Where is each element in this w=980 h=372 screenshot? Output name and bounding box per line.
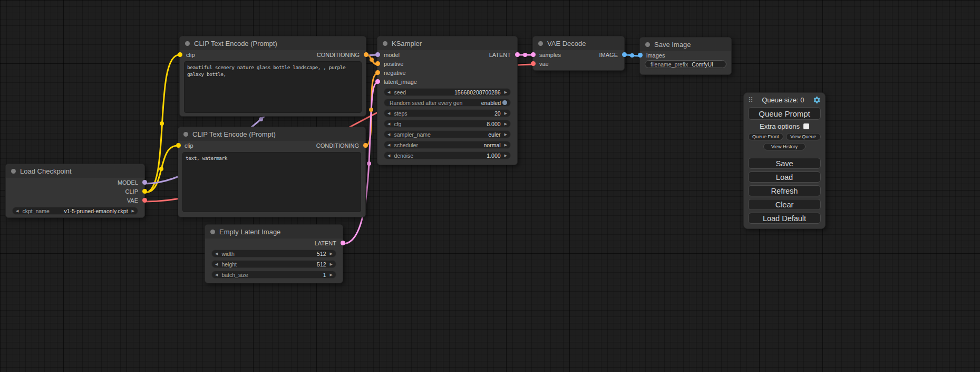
- conditioning-output-port[interactable]: [364, 52, 368, 57]
- random-seed-toggle-dot[interactable]: [502, 100, 507, 105]
- node-title-bar[interactable]: Empty Latent Image: [205, 225, 343, 239]
- clip-input-port[interactable]: [176, 143, 181, 148]
- model-output-port[interactable]: [142, 180, 147, 185]
- decrement-arrow-icon[interactable]: ◀: [387, 90, 390, 94]
- node-title-bar[interactable]: CLIP Text Encode (Prompt): [180, 36, 366, 50]
- refresh-button[interactable]: Refresh: [748, 185, 821, 196]
- menu-drag-handle-icon[interactable]: ⠿: [748, 96, 753, 104]
- node-title-bar[interactable]: CLIP Text Encode (Prompt): [178, 127, 365, 141]
- image-output-port[interactable]: [622, 52, 627, 57]
- node-clip-text-encode-positive[interactable]: CLIP Text Encode (Prompt) clip CONDITION…: [179, 36, 366, 117]
- increment-arrow-icon[interactable]: ▶: [330, 262, 333, 266]
- increment-arrow-icon[interactable]: ▶: [330, 273, 333, 276]
- link-midpoint-dot: [159, 167, 163, 171]
- decrement-arrow-icon[interactable]: ◀: [387, 143, 390, 147]
- load-button[interactable]: Load: [748, 171, 821, 183]
- node-collapse-dot[interactable]: [183, 132, 188, 137]
- filename-prefix-widget[interactable]: filename_prefix ComfyUI: [645, 60, 726, 68]
- latent-image-input-port[interactable]: [375, 79, 380, 84]
- node-graph-canvas[interactable]: CLIP Text Encode (Prompt) clip CONDITION…: [0, 0, 980, 372]
- widget-value: euler: [488, 131, 500, 138]
- increment-arrow-icon[interactable]: ▶: [504, 154, 507, 157]
- node-load-checkpoint[interactable]: Load Checkpoint MODEL CLIP VAE ◀ ckpt_na…: [5, 164, 145, 218]
- node-collapse-dot[interactable]: [383, 41, 387, 46]
- save-button[interactable]: Save: [748, 158, 821, 169]
- node-title-bar[interactable]: Load Checkpoint: [6, 164, 144, 178]
- node-empty-latent-image[interactable]: Empty Latent Image LATENT ◀ width 512 ▶ …: [205, 224, 343, 283]
- view-queue-button[interactable]: View Queue: [786, 133, 821, 140]
- positive-input-port[interactable]: [375, 61, 380, 66]
- widget-value: 156680208700286: [454, 89, 501, 96]
- port-row: negative: [377, 68, 517, 77]
- queue-front-button[interactable]: Queue Front: [748, 133, 783, 140]
- increment-arrow-icon[interactable]: ▶: [504, 122, 507, 126]
- widget-label: Random seed after every gen: [390, 100, 462, 106]
- node-collapse-dot[interactable]: [210, 230, 215, 234]
- latent-output-port[interactable]: [341, 241, 345, 245]
- clip-output-port[interactable]: [142, 189, 147, 194]
- decrement-arrow-icon[interactable]: ◀: [387, 122, 390, 126]
- decrement-arrow-icon[interactable]: ◀: [387, 132, 390, 136]
- decrement-arrow-icon[interactable]: ◀: [387, 154, 390, 157]
- view-history-button[interactable]: View History: [763, 143, 806, 150]
- random-seed-widget[interactable]: Random seed after every gen enabled: [384, 99, 511, 107]
- node-title: VAE Decode: [547, 40, 586, 47]
- node-collapse-dot[interactable]: [645, 42, 650, 47]
- widget-label: batch_size: [221, 272, 248, 278]
- ckpt-name-widget[interactable]: ◀ ckpt_name v1-5-pruned-emaonly.ckpt ▶: [12, 207, 138, 215]
- batch-size-widget[interactable]: ◀ batch_size 1 ▶: [211, 271, 336, 279]
- prompt-textarea[interactable]: text, watermark: [182, 152, 361, 212]
- negative-input-port[interactable]: [375, 70, 380, 75]
- increment-arrow-icon[interactable]: ▶: [504, 143, 507, 147]
- steps-widget[interactable]: ◀ steps 20 ▶: [384, 109, 511, 117]
- node-title-bar[interactable]: KSampler: [377, 36, 517, 50]
- node-collapse-dot[interactable]: [185, 41, 190, 46]
- decrement-arrow-icon[interactable]: ◀: [215, 252, 218, 255]
- settings-gear-icon[interactable]: [813, 96, 821, 104]
- cfg-widget[interactable]: ◀ cfg 8.000 ▶: [384, 120, 511, 128]
- vae-output-port[interactable]: [142, 198, 147, 203]
- clip-input-port[interactable]: [178, 52, 182, 57]
- images-input-port[interactable]: [638, 53, 643, 58]
- node-ksampler[interactable]: KSampler model LATENT positive negative …: [377, 36, 518, 165]
- load-default-button[interactable]: Load Default: [748, 213, 821, 224]
- scheduler-widget[interactable]: ◀ scheduler normal ▶: [384, 141, 511, 149]
- increment-arrow-icon[interactable]: ▶: [330, 252, 333, 255]
- model-input-port[interactable]: [375, 52, 380, 57]
- port-label: LATENT: [489, 52, 511, 58]
- latent-output-port[interactable]: [515, 52, 520, 57]
- increment-arrow-icon[interactable]: ▶: [504, 111, 507, 115]
- vae-input-port[interactable]: [531, 61, 536, 66]
- increment-arrow-icon[interactable]: ▶: [132, 209, 134, 213]
- node-title: CLIP Text Encode (Prompt): [194, 40, 277, 47]
- decrement-arrow-icon[interactable]: ◀: [215, 273, 218, 276]
- node-vae-decode[interactable]: VAE Decode samples IMAGE vae: [532, 36, 625, 71]
- widget-label: denoise: [394, 152, 413, 159]
- increment-arrow-icon[interactable]: ▶: [504, 90, 507, 94]
- node-collapse-dot[interactable]: [538, 41, 543, 46]
- queue-prompt-button[interactable]: Queue Prompt: [748, 107, 821, 120]
- node-save-image[interactable]: Save Image images filename_prefix ComfyU…: [639, 37, 732, 75]
- samples-input-port[interactable]: [531, 52, 536, 57]
- decrement-arrow-icon[interactable]: ◀: [387, 111, 390, 115]
- denoise-widget[interactable]: ◀ denoise 1.000 ▶: [384, 151, 511, 159]
- clear-button[interactable]: Clear: [748, 199, 821, 210]
- sampler-name-widget[interactable]: ◀ sampler_name euler ▶: [384, 130, 511, 138]
- node-collapse-dot[interactable]: [11, 169, 16, 174]
- widget-label: width: [221, 251, 235, 257]
- port-row: samples IMAGE: [533, 50, 624, 59]
- increment-arrow-icon[interactable]: ▶: [504, 132, 507, 136]
- height-widget[interactable]: ◀ height 512 ▶: [211, 260, 336, 268]
- seed-widget[interactable]: ◀ seed 156680208700286 ▶: [384, 88, 511, 96]
- port-label: negative: [384, 70, 406, 76]
- decrement-arrow-icon[interactable]: ◀: [16, 209, 18, 213]
- node-clip-text-encode-negative[interactable]: CLIP Text Encode (Prompt) clip CONDITION…: [178, 127, 366, 217]
- width-widget[interactable]: ◀ width 512 ▶: [211, 250, 336, 257]
- node-title-bar[interactable]: VAE Decode: [533, 36, 624, 50]
- port-label: samples: [539, 52, 561, 58]
- node-title-bar[interactable]: Save Image: [640, 37, 731, 51]
- decrement-arrow-icon[interactable]: ◀: [215, 262, 218, 266]
- extra-options-checkbox[interactable]: [803, 123, 809, 129]
- conditioning-output-port[interactable]: [363, 143, 368, 148]
- prompt-textarea[interactable]: beautiful scenery nature glass bottle la…: [184, 61, 362, 113]
